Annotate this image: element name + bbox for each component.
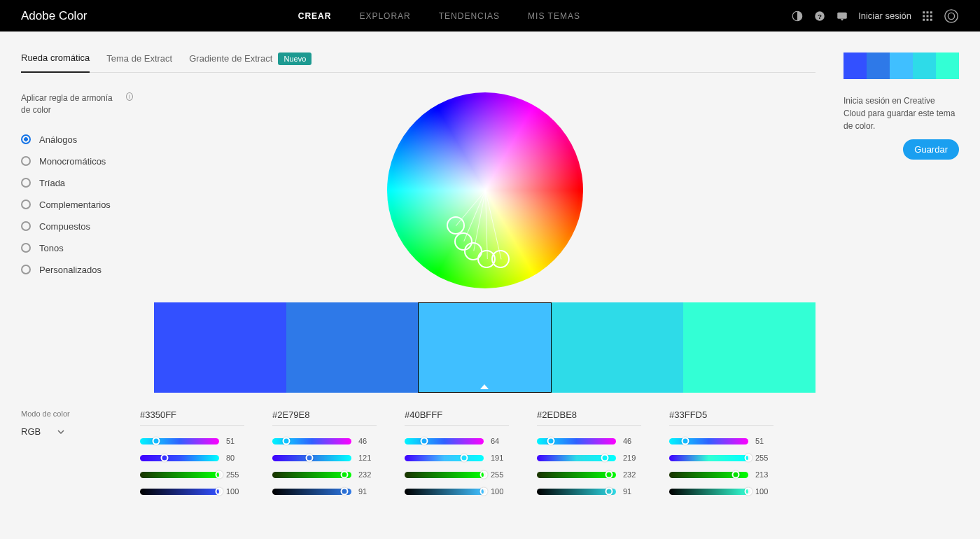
info-icon[interactable]: i (126, 92, 133, 101)
chat-icon[interactable] (836, 10, 848, 22)
svg-point-13 (945, 9, 958, 22)
theme-icon[interactable] (791, 10, 804, 22)
rule-label: Compuestos (39, 221, 90, 232)
save-button[interactable]: Guardar (903, 139, 959, 160)
radio-icon (21, 243, 31, 253)
signin-link[interactable]: Iniciar sesión (858, 10, 911, 21)
rule-análogos[interactable]: Análogos (21, 134, 133, 145)
wheel-handle-4[interactable] (491, 250, 510, 268)
preview-swatch (844, 52, 867, 79)
hex-input[interactable]: #33FFD5 (669, 410, 774, 426)
svg-text:?: ? (818, 12, 822, 20)
radio-icon (21, 156, 31, 166)
slider-value: 46 (623, 437, 641, 445)
rule-label: Personalizados (39, 265, 102, 275)
rule-label: Tonos (39, 243, 64, 253)
rule-label: Tríada (39, 178, 65, 188)
slider-2[interactable] (140, 472, 219, 478)
slider-value: 51 (226, 437, 244, 445)
nav-explorar[interactable]: EXPLORAR (359, 11, 410, 21)
slider-3[interactable] (669, 489, 748, 495)
nav-crear[interactable]: CREAR (298, 11, 332, 21)
slider-2[interactable] (669, 472, 748, 478)
swatch-row (154, 302, 816, 393)
control-col-4: #33FFD551255213100 (669, 410, 802, 504)
hex-input[interactable]: #40BFFF (405, 410, 509, 426)
slider-1[interactable] (537, 455, 616, 461)
slider-value: 232 (358, 470, 377, 479)
rule-complementarios[interactable]: Complementarios (21, 200, 133, 210)
slider-1[interactable] (140, 455, 219, 461)
slider-0[interactable] (272, 438, 351, 444)
mode-label: Modo de color (21, 410, 140, 418)
slider-0[interactable] (669, 438, 748, 444)
rule-tonos[interactable]: Tonos (21, 243, 133, 253)
svg-rect-10 (923, 18, 925, 20)
help-icon[interactable]: ? (813, 10, 826, 22)
slider-0[interactable] (405, 438, 484, 444)
svg-rect-6 (930, 11, 932, 13)
new-badge: Nuevo (278, 52, 312, 65)
slider-value: 255 (755, 454, 774, 462)
slider-value: 191 (491, 454, 509, 462)
control-col-2: #40BFFF64191255100 (405, 410, 537, 504)
control-col-1: #2E79E84612123291 (272, 410, 405, 504)
slider-value: 219 (623, 454, 641, 462)
color-wheel[interactable] (387, 92, 583, 288)
rule-label: Monocromáticos (39, 156, 106, 167)
tab-1[interactable]: Tema de Extract (106, 53, 172, 72)
swatch-4[interactable] (683, 302, 816, 393)
slider-3[interactable] (537, 489, 616, 495)
slider-value: 91 (358, 487, 377, 496)
nav-mis temas[interactable]: MIS TEMAS (528, 11, 580, 21)
mode-select[interactable]: RGB (21, 426, 140, 437)
swatch-2[interactable] (418, 302, 552, 393)
tab-2[interactable]: Gradiente de Extract (189, 53, 272, 72)
slider-3[interactable] (272, 489, 351, 495)
svg-rect-3 (837, 12, 847, 18)
slider-value: 46 (358, 437, 377, 445)
svg-rect-11 (927, 18, 929, 20)
preview-swatch (936, 52, 959, 79)
slider-2[interactable] (537, 472, 616, 478)
slider-value: 255 (491, 470, 509, 479)
nav-tendencias[interactable]: TENDENCIAS (439, 11, 500, 21)
swatch-3[interactable] (552, 302, 684, 393)
svg-rect-7 (923, 15, 925, 17)
slider-2[interactable] (405, 472, 484, 478)
slider-2[interactable] (272, 472, 351, 478)
slider-0[interactable] (140, 438, 219, 444)
slider-3[interactable] (140, 489, 219, 495)
cc-icon[interactable] (944, 8, 959, 24)
slider-value: 51 (755, 437, 774, 445)
rule-personalizados[interactable]: Personalizados (21, 265, 133, 275)
slider-1[interactable] (272, 455, 351, 461)
rule-compuestos[interactable]: Compuestos (21, 221, 133, 232)
svg-rect-8 (927, 15, 929, 17)
swatch-1[interactable] (286, 302, 419, 393)
rule-label: Análogos (39, 134, 77, 145)
swatch-0[interactable] (154, 302, 286, 393)
slider-1[interactable] (669, 455, 748, 461)
slider-0[interactable] (537, 438, 616, 444)
svg-rect-12 (930, 18, 932, 20)
slider-3[interactable] (405, 489, 484, 495)
svg-rect-9 (930, 15, 932, 17)
hex-input[interactable]: #2E79E8 (272, 410, 377, 426)
rule-tríada[interactable]: Tríada (21, 178, 133, 188)
control-col-0: #3350FF5180255100 (140, 410, 272, 504)
slider-1[interactable] (405, 455, 484, 461)
brand-title: Adobe Color (21, 9, 88, 23)
tab-0[interactable]: Rueda cromática (21, 52, 90, 73)
slider-value: 100 (755, 487, 774, 496)
apps-icon[interactable] (921, 10, 934, 22)
sub-tabs: Rueda cromáticaTema de ExtractGradiente … (21, 52, 816, 73)
rule-monocromáticos[interactable]: Monocromáticos (21, 156, 133, 167)
hex-input[interactable]: #3350FF (140, 410, 244, 426)
chevron-down-icon (57, 428, 64, 435)
slider-value: 91 (623, 487, 641, 496)
slider-value: 100 (491, 487, 509, 496)
slider-value: 80 (226, 454, 244, 462)
slider-value: 121 (358, 454, 377, 462)
hex-input[interactable]: #2EDBE8 (537, 410, 641, 426)
